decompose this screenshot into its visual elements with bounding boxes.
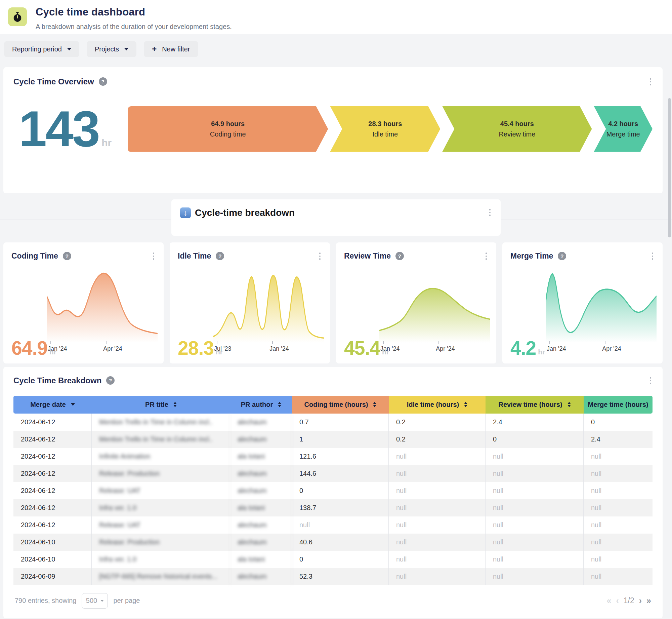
review-time-cell: 2.4 xyxy=(486,414,584,431)
merge-time-cell: 2.4 xyxy=(584,431,653,448)
page-subtitle: A breakdown analysis of the duration of … xyxy=(36,23,232,31)
table-row: 2024-06-10Infra ver. 1.0ala totani0nulln… xyxy=(13,551,653,568)
idle-time-cell: 0.2 xyxy=(389,431,486,448)
coding-time-cell: 0 xyxy=(292,551,389,568)
idle-time-cell: null xyxy=(389,482,486,499)
merge-date-cell: 2024-06-12 xyxy=(13,448,92,465)
column-header-merge-date[interactable]: Merge date xyxy=(13,396,92,414)
down-arrow-icon: ↓ xyxy=(180,207,191,218)
pr-author-cell: alechaum xyxy=(230,414,292,431)
new-filter-button[interactable]: + New filter xyxy=(144,41,198,57)
pr-title-cell: [NGTP-665] Remove historical events... xyxy=(92,568,230,585)
coding-time-cell: 121.6 xyxy=(292,448,389,465)
kebab-menu-button[interactable] xyxy=(484,251,489,261)
first-page-button[interactable]: « xyxy=(607,596,612,605)
column-header-pr-title[interactable]: PR title xyxy=(92,396,230,414)
funnel-stage-review[interactable]: 45.4 hours Review time xyxy=(442,106,592,152)
kebab-menu-button[interactable] xyxy=(318,251,322,261)
table-row: 2024-06-10Release: Productionalechaum40.… xyxy=(13,534,653,551)
funnel-stage-merge[interactable]: 4.2 hours Merge time xyxy=(594,106,653,152)
table-row: 2024-06-12Mention Trello in Time in Colu… xyxy=(13,414,653,431)
projects-dropdown[interactable]: Projects xyxy=(87,41,136,57)
stage-value: 64.9 hours xyxy=(211,120,245,128)
pr-author-cell: ala totani xyxy=(230,551,292,568)
previous-page-button[interactable]: ‹ xyxy=(616,596,619,605)
page-size-select[interactable]: 500 xyxy=(82,593,108,609)
column-label: PR author xyxy=(241,401,273,409)
help-icon[interactable]: ? xyxy=(106,376,115,385)
help-icon[interactable]: ? xyxy=(63,252,71,260)
kebab-menu-button[interactable] xyxy=(488,207,492,218)
next-page-button[interactable]: › xyxy=(639,596,642,605)
column-header-review-time-hours[interactable]: Review time (hours) xyxy=(486,396,584,414)
column-header-coding-time-hours[interactable]: Coding time (hours) xyxy=(292,396,389,414)
coding-time-card: Coding Time ? Jan '24 Apr '24 64.9 hr xyxy=(3,242,164,363)
axis-tick: Apr '24 xyxy=(103,345,122,352)
card-title: Coding Time xyxy=(11,252,58,261)
idle-time-cell: null xyxy=(389,516,486,534)
axis-tick: Apr '24 xyxy=(602,345,621,352)
pr-title-cell: Release: UAT xyxy=(92,482,230,499)
column-label: Merge time (hours) xyxy=(588,401,648,409)
stage-value: 45.4 hours xyxy=(500,120,534,128)
funnel-stage-coding[interactable]: 64.9 hours Coding time xyxy=(128,106,328,152)
pr-author-cell: ala totani xyxy=(230,499,292,516)
help-icon[interactable]: ? xyxy=(558,252,566,260)
pr-title-cell: Release: Production xyxy=(92,534,230,551)
review-time-cell: null xyxy=(486,448,584,465)
axis-tick: Apr '24 xyxy=(436,345,455,352)
column-label: Idle time (hours) xyxy=(407,401,459,409)
review-time-sparkline xyxy=(379,267,490,343)
help-icon[interactable]: ? xyxy=(99,77,107,86)
pr-author-cell: alechaum xyxy=(230,568,292,585)
stage-label: Review time xyxy=(499,130,535,138)
table-row: 2024-06-12Release: Productionalechaum144… xyxy=(13,465,653,482)
stage-label: Merge time xyxy=(606,130,640,138)
coding-time-cell: 144.6 xyxy=(292,465,389,482)
pr-title-cell: Mention Trello in Time in Column incl.. xyxy=(92,431,230,448)
merge-date-cell: 2024-06-10 xyxy=(13,551,92,568)
metric-unit: hr xyxy=(538,348,545,356)
merge-time-cell: null xyxy=(584,499,653,516)
merge-date-cell: 2024-06-12 xyxy=(13,465,92,482)
entries-count-text: 790 entries, showing xyxy=(15,597,76,605)
coding-time-cell: 1 xyxy=(292,431,389,448)
help-icon[interactable]: ? xyxy=(395,252,404,260)
sort-icon xyxy=(568,402,571,408)
last-page-button[interactable]: » xyxy=(646,596,651,605)
metric-unit: hr xyxy=(49,348,56,356)
idle-time-card: Idle Time ? Jul '23 Jan '24 28.3 hr xyxy=(170,242,330,363)
kebab-menu-button[interactable] xyxy=(650,251,655,261)
banner-row: ↓ Cycle-time breakdown xyxy=(0,199,672,236)
pr-table: Merge datePR titlePR authorCoding time (… xyxy=(13,396,653,585)
pr-title-cell: Infra ver. 1.0 xyxy=(92,499,230,516)
metric-value: 45.4 xyxy=(344,341,380,356)
vertical-scrollbar[interactable] xyxy=(668,98,671,237)
column-header-merge-time-hours[interactable]: Merge time (hours) xyxy=(584,396,653,414)
coding-time-cell: 138.7 xyxy=(292,499,389,516)
kebab-menu-button[interactable] xyxy=(648,376,653,386)
column-header-idle-time-hours[interactable]: Idle time (hours) xyxy=(389,396,486,414)
axis-tick: Jan '24 xyxy=(547,345,566,352)
coding-time-cell: 0 xyxy=(292,482,389,499)
pr-author-cell: alechaum xyxy=(230,516,292,534)
cycle-time-breakdown-table-card: Cycle Time Breakdown ? Merge datePR titl… xyxy=(3,367,663,618)
column-label: Coding time (hours) xyxy=(304,401,368,409)
new-filter-label: New filter xyxy=(162,45,190,53)
funnel-stage-idle[interactable]: 28.3 hours Idle time xyxy=(330,106,440,152)
merge-time-cell: null xyxy=(584,465,653,482)
reporting-period-label: Reporting period xyxy=(12,45,62,53)
kebab-menu-button[interactable] xyxy=(648,77,653,87)
help-icon[interactable]: ? xyxy=(216,252,224,260)
reporting-period-dropdown[interactable]: Reporting period xyxy=(4,41,79,57)
cycle-time-funnel: 64.9 hours Coding time 28.3 hours Idle t… xyxy=(128,106,653,152)
column-header-pr-author[interactable]: PR author xyxy=(230,396,292,414)
review-time-cell: null xyxy=(486,465,584,482)
overview-title: Cycle Time Overview xyxy=(13,77,94,86)
x-axis: Jan '24 Apr '24 xyxy=(546,345,657,353)
table-body: 2024-06-12Mention Trello in Time in Colu… xyxy=(13,414,653,585)
merge-time-card: Merge Time ? Jan '24 Apr '24 4.2 hr xyxy=(502,242,663,363)
kebab-menu-button[interactable] xyxy=(152,251,156,261)
metric-value: 64.9 xyxy=(11,341,47,356)
x-axis: Jan '24 Apr '24 xyxy=(379,345,490,353)
